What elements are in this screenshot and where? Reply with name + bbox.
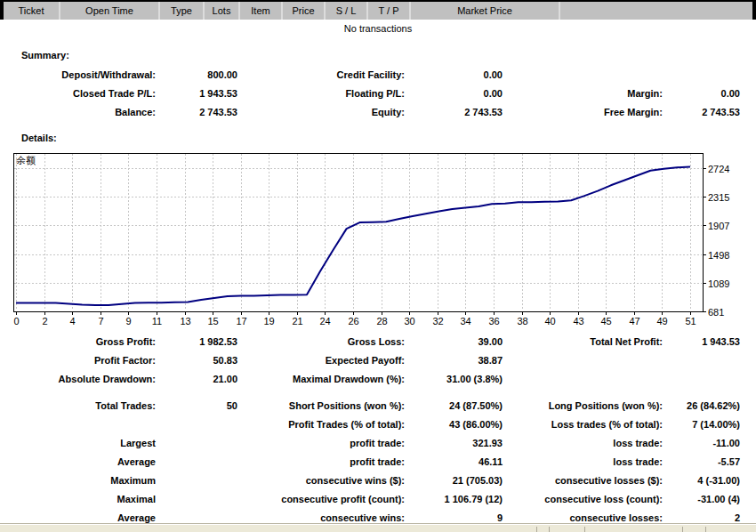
stat-value: 39.00 [408,335,503,348]
stat-row: Averageconsecutive wins:9consecutive los… [0,512,756,524]
stat-row: Profit Factor:50.83Expected Payoff:38.87 [0,354,756,367]
summary-heading: Summary: [21,50,69,60]
x-tick-label: 43 [573,316,583,326]
x-tick-label: 47 [629,316,639,326]
stat-label: Gross Loss: [245,335,405,348]
stat-label: Credit Facility: [245,69,405,81]
x-tick-label: 26 [348,316,358,326]
col-header-type[interactable]: Type [160,2,205,20]
x-tick-label: 4 [69,316,75,326]
pane-separator [682,527,683,532]
stat-label: Maximal [0,493,156,505]
stat-row: Maximalconsecutive profit (count):1 106.… [0,493,756,505]
stat-value: 2 743.53 [408,106,503,118]
header-spacer [560,2,752,20]
stat-label: Average [0,455,156,468]
stat-label: consecutive wins ($): [245,474,405,487]
stat-value: 800.00 [159,69,237,81]
y-tick-label: 681 [708,307,724,318]
x-tick-label: 32 [432,316,443,326]
bottom-panel-highlight [0,524,756,525]
stat-value: 1 943.53 [666,335,740,348]
stat-label: Floating P/L: [245,87,405,100]
stat-label: Maximal Drawdown (%): [245,373,405,385]
stat-value: -31.00 (4) [666,493,740,505]
col-header-price[interactable]: Price [283,2,326,20]
stat-value: 4 (-31.00) [666,474,740,487]
stat-value: 26 (84.62%) [666,399,740,412]
stat-label: profit trade: [245,437,405,449]
y-tick-label: 1498 [708,250,729,261]
stat-value: 21 (705.03) [408,474,503,487]
stat-row: Maximumconsecutive wins ($):21 (705.03)c… [0,474,756,487]
stat-label: Total Trades: [0,399,156,412]
stat-row: Largestprofit trade:321.93loss trade:-11… [0,437,756,449]
stat-label: profit trade: [245,455,405,468]
pane-separator [705,527,706,532]
header-right-edge [752,0,756,20]
stat-label: Average [0,512,156,524]
stat-label: consecutive loss (count): [503,493,663,505]
stat-value: -5.57 [666,455,740,468]
stat-value: 1 106.79 (12) [408,493,503,505]
stat-label: Total Net Profit: [503,335,663,348]
stat-label: Balance: [0,106,156,118]
stat-label: Loss trades (% of total): [503,418,663,431]
stat-value: 1 982.53 [159,335,237,348]
stat-row: Averageprofit trade:46.11loss trade:-5.5… [0,455,756,468]
col-header-lots[interactable]: Lots [205,2,240,20]
stat-label: consecutive losses: [503,512,663,524]
stat-label: Expected Payoff: [245,354,405,367]
stat-label: Profit Factor: [0,354,156,367]
no-transactions-message: No transactions [0,23,756,34]
stat-value: 2 [666,512,740,524]
pane-separator [536,527,537,532]
stat-label: Equity: [245,106,405,118]
col-header-s-l[interactable]: S / L [326,2,368,20]
stat-label: Closed Trade P/L: [0,87,156,100]
stat-label: Absolute Drawdown: [0,373,156,385]
col-header-ticket[interactable]: Ticket [4,2,60,20]
x-tick-label: 24 [319,316,330,326]
stat-label: consecutive losses ($): [503,474,663,487]
balance-chart: 0247911131517192124262830323436384043454… [0,147,756,329]
col-header-market-price[interactable]: Market Price [411,2,560,20]
x-tick-label: 40 [544,316,555,326]
header-left-edge [0,0,4,20]
col-header-t-p[interactable]: T / P [368,2,411,20]
bottom-panel-edge [0,523,756,532]
stat-label: Long Positions (won %): [503,399,663,412]
details-heading: Details: [21,133,57,143]
stat-label: consecutive wins: [245,512,405,524]
col-header-item[interactable]: Item [240,2,283,20]
x-tick-label: 17 [236,316,246,326]
stat-label: Gross Profit: [0,335,156,348]
x-tick-label: 51 [685,316,696,326]
stat-value: 2 743.53 [666,106,740,118]
stat-label: Largest [0,437,156,449]
stat-row: Balance:2 743.53Equity:2 743.53Free Marg… [0,106,756,118]
x-tick-label: 0 [13,316,19,326]
col-header-open-time[interactable]: Open Time [60,2,160,20]
x-tick-label: 49 [656,316,667,326]
x-tick-label: 28 [376,316,387,326]
x-tick-label: 30 [404,316,414,326]
chart-title: 余额 [16,155,36,165]
pane-separator [549,527,550,532]
report-page: TicketOpen TimeTypeLotsItemPriceS / LT /… [0,0,756,532]
stat-value: 321.93 [408,437,503,449]
stat-label: consecutive profit (count): [245,493,405,505]
stat-value: 7 (14.00%) [666,418,740,431]
stat-value: 43 (86.00%) [408,418,503,431]
x-tick-label: 2 [42,316,47,326]
stat-row: Deposit/Withdrawal:800.00Credit Facility… [0,69,756,81]
stat-value: 0.00 [408,69,503,81]
stat-label: Deposit/Withdrawal: [0,69,156,81]
y-tick-label: 1907 [708,221,729,231]
stat-label: loss trade: [503,437,663,449]
stat-value: 24 (87.50%) [408,399,503,412]
stat-row: Closed Trade P/L:1 943.53Floating P/L:0.… [0,87,756,100]
stat-row: Gross Profit:1 982.53Gross Loss:39.00Tot… [0,335,756,348]
plot-border [14,154,704,312]
stat-row: Total Trades:50Short Positions (won %):2… [0,399,756,412]
